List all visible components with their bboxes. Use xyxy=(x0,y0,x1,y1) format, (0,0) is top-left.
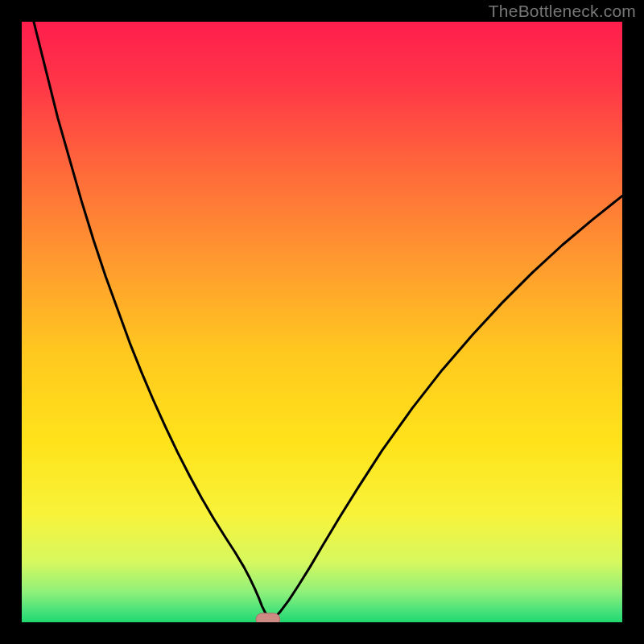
attribution-text: TheBottleneck.com xyxy=(489,2,636,21)
optimal-point-marker xyxy=(256,613,280,622)
bottleneck-curve-chart xyxy=(22,22,622,622)
gradient-background xyxy=(22,22,622,622)
chart-frame: TheBottleneck.com xyxy=(0,0,644,644)
plot-area xyxy=(22,22,622,622)
